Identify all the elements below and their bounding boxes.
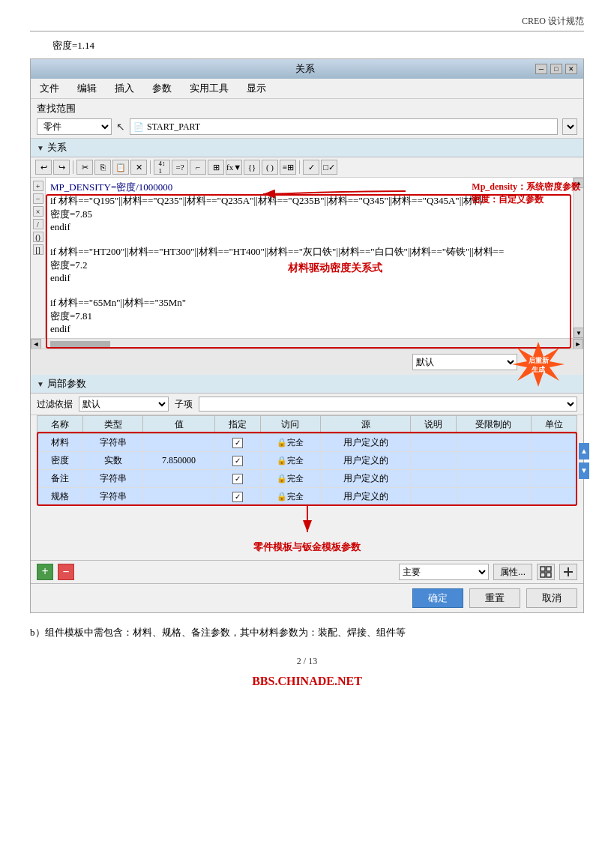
comment-button[interactable]: ( ) <box>262 160 278 175</box>
section-collapse-arrow[interactable]: ▼ <box>37 144 44 152</box>
regen-area: 后重新 生成 默认 <box>31 349 583 375</box>
row1-unit <box>532 434 577 452</box>
row1-specified[interactable] <box>214 434 260 452</box>
code-add-btn[interactable]: + <box>33 181 43 191</box>
scroll-right-btn[interactable]: ► <box>573 339 583 349</box>
density-custom-text: 密度：自定义参数 <box>472 194 544 205</box>
code-line-2: 密度=7.85 <box>50 208 568 221</box>
file-icon: 📄 <box>133 122 144 132</box>
equals-button[interactable]: =? <box>172 160 188 175</box>
template-arrow-svg <box>232 498 382 536</box>
row2-cb[interactable] <box>232 456 243 466</box>
row4-restricted <box>456 488 531 506</box>
remove-param-button[interactable]: − <box>58 564 74 580</box>
row1-value <box>143 434 214 452</box>
check-button[interactable]: ✓ <box>303 160 319 175</box>
menu-edit[interactable]: 编辑 <box>74 80 100 97</box>
mp-density-text: Mp_density：系统密度参数 <box>472 181 580 192</box>
expand-button[interactable] <box>559 564 577 580</box>
menu-params[interactable]: 参数 <box>149 80 175 97</box>
menu-file[interactable]: 文件 <box>37 80 62 97</box>
burst-svg: 后重新 生成 <box>508 342 568 387</box>
row1-cb[interactable] <box>232 438 243 448</box>
main-select[interactable]: 主要 <box>399 564 489 580</box>
mp-density-annotation: Mp_density：系统密度参数 密度：自定义参数 <box>472 181 580 206</box>
col-access: 访问 <box>260 416 321 434</box>
undo-button[interactable]: ↩ <box>35 160 52 175</box>
bottom-text: b）组件模板中需包含：材料、规格、备注参数，其中材料参数为：装配、焊接、组件等 <box>30 625 584 641</box>
scroll-down-btn[interactable]: ▼ <box>574 328 584 338</box>
copy-button[interactable]: ⎘ <box>94 160 111 175</box>
search-type-select[interactable]: 零件 <box>37 118 112 135</box>
table-arrow-up[interactable]: ▲ <box>579 443 589 459</box>
density-text: 密度=1.14 <box>52 39 584 52</box>
row2-specified[interactable] <box>214 452 260 470</box>
relations-toolbar: ↩ ↪ ✂ ⎘ 📋 ✕ 4↕1 =? ⌐ ⊞ fx▼ {} ( ) ≡⊞ ✓ □… <box>31 157 583 178</box>
page-number: 2 / 13 <box>30 656 584 667</box>
cut-button[interactable]: ✂ <box>76 160 93 175</box>
reset-button[interactable]: 重置 <box>469 588 520 608</box>
params-collapse-arrow[interactable]: ▼ <box>37 380 44 388</box>
file-dropdown[interactable]: ▼ <box>562 118 577 135</box>
row2-note <box>411 452 457 470</box>
confirm-button[interactable]: 确定 <box>412 588 463 608</box>
child-select[interactable] <box>199 397 577 412</box>
row1-lock: 🔒完全 <box>277 437 304 448</box>
h-scroll-track <box>43 341 571 347</box>
col-unit: 单位 <box>532 416 577 434</box>
menu-display[interactable]: 显示 <box>244 80 269 97</box>
code-mul-btn[interactable]: × <box>33 206 43 217</box>
row1-type: 字符串 <box>82 434 143 452</box>
bottom-text-content: b）组件模板中需包含：材料、规格、备注参数，其中材料参数为：装配、焊接、组件等 <box>30 627 406 638</box>
cancel-button[interactable]: 取消 <box>526 588 577 608</box>
scroll-left-btn[interactable]: ◄ <box>31 339 41 349</box>
row3-specified[interactable] <box>214 470 260 488</box>
code-paren-btn[interactable]: () <box>33 232 43 242</box>
filter-row: 过滤依据 默认 子项 <box>31 394 583 415</box>
row3-lock: 🔒完全 <box>277 473 304 484</box>
formula-btn1[interactable]: 4↕1 <box>154 160 170 175</box>
page-header: CREO 设计规范 <box>30 15 584 31</box>
svg-text:生成: 生成 <box>531 366 546 373</box>
params-table-container: 名称 类型 值 指定 访问 源 说明 受限制的 单位 材料 <box>37 415 577 506</box>
filter-dropdown[interactable]: 默认 <box>412 354 517 370</box>
relations-section-header: ▼ 关系 <box>31 139 583 157</box>
grid-view-button[interactable] <box>537 564 555 580</box>
close-button[interactable]: ✕ <box>565 64 577 74</box>
table-button[interactable]: ⊞ <box>208 160 224 175</box>
code-div-btn[interactable]: / <box>33 219 43 229</box>
window-controls: ─ □ ✕ <box>535 64 577 74</box>
template-annot-text: 零件模板与钣金模板参数 <box>37 540 577 554</box>
add-param-button[interactable]: + <box>37 564 53 580</box>
row2-lock: 🔒完全 <box>277 455 304 466</box>
row1-source: 用户定义的 <box>321 434 411 452</box>
header-title: CREO 设计规范 <box>522 16 584 26</box>
special-btn[interactable]: ≡⊞ <box>280 160 296 175</box>
code-line-10: 密度=7.81 <box>50 310 568 323</box>
filter-select[interactable]: 默认 <box>79 397 169 412</box>
row1-access: 🔒完全 <box>260 434 321 452</box>
row1-name: 材料 <box>37 434 83 452</box>
row3-note <box>411 470 457 488</box>
col-specified: 指定 <box>214 416 260 434</box>
svg-marker-1 <box>512 342 565 387</box>
row3-cb[interactable] <box>232 474 243 484</box>
redo-button[interactable]: ↪ <box>53 160 70 175</box>
restore-button[interactable]: □ <box>550 64 562 74</box>
brace-button[interactable]: {} <box>244 160 260 175</box>
code-bracket-btn[interactable]: [] <box>33 244 43 255</box>
minimize-button[interactable]: ─ <box>535 64 547 74</box>
x-button[interactable]: □✓ <box>321 160 337 175</box>
bracket-button[interactable]: ⌐ <box>190 160 206 175</box>
menu-tools[interactable]: 实用工具 <box>187 80 232 97</box>
props-button[interactable]: 属性... <box>493 564 532 580</box>
code-sub-btn[interactable]: − <box>33 193 43 204</box>
delete-button[interactable]: ✕ <box>130 160 147 175</box>
material-annot-text: 材料驱动密度关系式 <box>288 262 382 274</box>
paste-button[interactable]: 📋 <box>112 160 129 175</box>
search-label: 查找范围 <box>37 102 577 115</box>
table-arrow-down[interactable]: ▼ <box>579 462 589 479</box>
fx-button[interactable]: fx▼ <box>226 160 242 175</box>
menu-insert[interactable]: 插入 <box>112 80 137 97</box>
params-table: 名称 类型 值 指定 访问 源 说明 受限制的 单位 材料 <box>37 415 577 506</box>
